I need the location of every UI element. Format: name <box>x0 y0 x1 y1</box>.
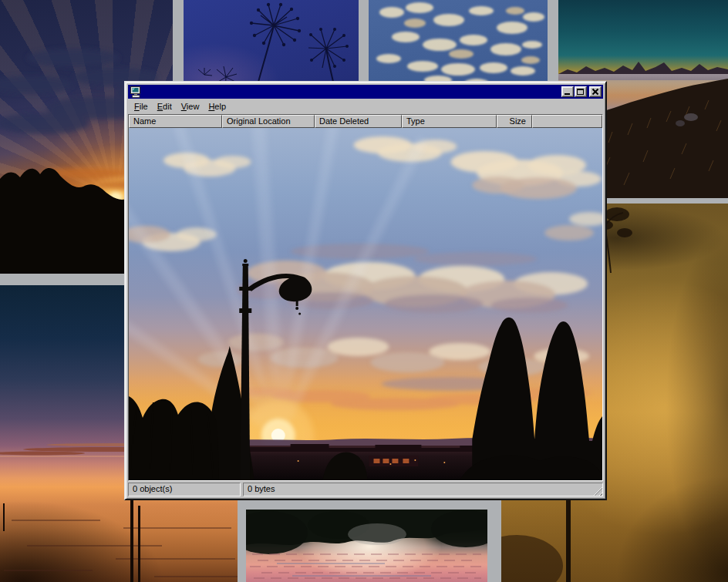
minimize-icon <box>565 93 570 95</box>
column-header-original-location[interactable]: Original Location <box>222 115 315 128</box>
maximize-icon <box>577 89 584 95</box>
forest-reflection <box>246 510 487 582</box>
status-size: 0 bytes <box>243 483 603 496</box>
wallpaper-photo-water-reflection <box>246 510 487 582</box>
computer-window-icon <box>130 86 142 98</box>
column-header-name[interactable]: Name <box>129 115 222 128</box>
minimize-button[interactable] <box>561 86 574 97</box>
resize-grip[interactable] <box>592 486 602 496</box>
list-view-content[interactable] <box>129 128 602 480</box>
maximize-button[interactable] <box>575 86 587 97</box>
column-header-type[interactable]: Type <box>402 115 497 128</box>
menu-edit[interactable]: Edit <box>153 100 177 113</box>
status-bar: 0 object(s) 0 bytes <box>128 483 603 496</box>
column-header-size[interactable]: Size <box>497 115 532 128</box>
close-icon <box>592 89 598 95</box>
close-button[interactable] <box>589 86 602 97</box>
menu-file[interactable]: File <box>130 100 153 113</box>
desktop: { "window": { "title": "", "icon": "comp… <box>0 0 728 582</box>
window-content-photo-sunset-lamp <box>129 128 602 480</box>
column-header-date-deleted[interactable]: Date Deleted <box>315 115 402 128</box>
column-headers: Name Original Location Date Deleted Type… <box>129 115 602 128</box>
menu-view[interactable]: View <box>177 100 204 113</box>
menu-help[interactable]: Help <box>204 100 231 113</box>
status-object-count: 0 object(s) <box>128 483 241 496</box>
recycle-bin-window: File Edit View Help Name Original Locati… <box>124 81 607 500</box>
titlebar[interactable] <box>128 85 603 99</box>
list-view: Name Original Location Date Deleted Type… <box>128 114 603 481</box>
menu-bar: File Edit View Help <box>128 99 603 114</box>
column-header-blank[interactable] <box>532 115 602 128</box>
